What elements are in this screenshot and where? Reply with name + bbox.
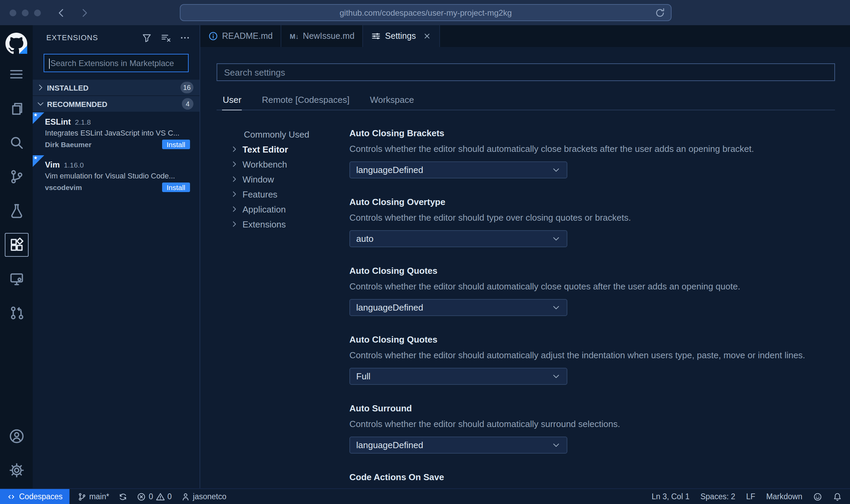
extension-item-eslint[interactable]: ESLint 2.1.8 Integrates ESLint JavaScrip… bbox=[33, 112, 200, 155]
gear-icon bbox=[9, 462, 24, 478]
menu-button[interactable] bbox=[0, 57, 33, 91]
tab-settings[interactable]: Settings bbox=[363, 25, 440, 47]
editor-area: README.md M↓ NewIssue.md Settings User bbox=[200, 25, 850, 488]
remote-explorer-button[interactable] bbox=[0, 262, 33, 296]
test-explorer-button[interactable] bbox=[0, 193, 33, 227]
branch-indicator[interactable]: main* bbox=[78, 492, 109, 501]
section-recommended[interactable]: RECOMMENDED 4 bbox=[33, 96, 200, 112]
maximize-window-button[interactable] bbox=[34, 9, 41, 16]
chevron-down-icon bbox=[552, 166, 561, 174]
setting-dropdown[interactable]: auto bbox=[349, 230, 567, 247]
forward-icon[interactable] bbox=[79, 7, 90, 18]
scope-tab-workspace[interactable]: Workspace bbox=[369, 91, 415, 110]
settings-search-input[interactable] bbox=[217, 67, 834, 77]
toc-extensions[interactable]: Extensions bbox=[217, 217, 349, 232]
warning-icon bbox=[156, 492, 165, 501]
indentation[interactable]: Spaces: 2 bbox=[701, 492, 735, 501]
window-controls[interactable] bbox=[10, 9, 41, 16]
chevron-right-icon bbox=[230, 190, 238, 198]
explorer-button[interactable] bbox=[0, 91, 33, 125]
back-icon[interactable] bbox=[56, 7, 67, 18]
active-view-focus-box bbox=[4, 233, 28, 256]
github-logo-icon bbox=[5, 33, 27, 54]
account-icon bbox=[9, 428, 24, 444]
language-mode[interactable]: Markdown bbox=[766, 492, 802, 501]
extension-version: 2.1.8 bbox=[75, 118, 91, 126]
toc-window[interactable]: Window bbox=[217, 172, 349, 187]
sync-indicator[interactable] bbox=[119, 492, 128, 501]
setting-auto-closing-brackets: Auto Closing Brackets Controls whether t… bbox=[349, 128, 835, 178]
manage-button[interactable] bbox=[0, 453, 33, 487]
person-icon bbox=[181, 492, 190, 501]
files-icon bbox=[9, 100, 24, 116]
account-button[interactable] bbox=[0, 419, 33, 453]
sidebar-title: EXTENSIONS bbox=[46, 33, 98, 42]
extensions-search-input[interactable] bbox=[44, 58, 188, 68]
toc-commonly-used[interactable]: Commonly Used bbox=[217, 127, 349, 142]
bell-icon bbox=[833, 492, 842, 501]
section-installed[interactable]: INSTALLED 16 bbox=[33, 80, 200, 95]
toc-text-editor[interactable]: Text Editor bbox=[217, 142, 349, 157]
chevron-down-icon bbox=[36, 99, 45, 108]
chevron-right-icon bbox=[36, 83, 45, 92]
scope-tab-user[interactable]: User bbox=[222, 91, 242, 110]
error-count: 0 bbox=[149, 492, 153, 501]
setting-description: Controls whether the editor should autom… bbox=[349, 350, 835, 360]
tab-label: NewIssue.md bbox=[303, 31, 354, 41]
eol-indicator[interactable]: LF bbox=[746, 492, 755, 501]
dropdown-value: Full bbox=[356, 371, 371, 381]
tab-readme[interactable]: README.md bbox=[200, 25, 282, 47]
chevron-right-icon bbox=[230, 175, 238, 183]
extension-version: 1.16.0 bbox=[64, 161, 84, 169]
notifications-button[interactable] bbox=[833, 492, 842, 501]
settings-scope-tabs: User Remote [Codespaces] Workspace bbox=[217, 91, 835, 110]
install-button[interactable]: Install bbox=[162, 183, 190, 192]
setting-title: Auto Closing Quotes bbox=[349, 334, 835, 345]
beaker-icon bbox=[9, 203, 24, 218]
chevron-right-icon bbox=[230, 145, 238, 153]
user-indicator[interactable]: jasonetco bbox=[181, 492, 226, 501]
minimize-window-button[interactable] bbox=[22, 9, 29, 16]
close-icon[interactable] bbox=[423, 32, 431, 40]
clear-search-results-icon[interactable] bbox=[161, 32, 171, 43]
search-icon bbox=[9, 135, 24, 150]
source-control-button[interactable] bbox=[0, 159, 33, 193]
more-actions-icon[interactable] bbox=[180, 32, 190, 43]
refresh-icon[interactable] bbox=[655, 7, 665, 18]
close-window-button[interactable] bbox=[10, 9, 16, 16]
remote-label: Codespaces bbox=[19, 492, 63, 501]
setting-dropdown[interactable]: Full bbox=[349, 368, 567, 385]
source-control-icon bbox=[9, 169, 24, 184]
error-icon bbox=[137, 492, 146, 501]
activity-bar bbox=[0, 25, 33, 488]
scope-tab-remote[interactable]: Remote [Codespaces] bbox=[261, 91, 350, 110]
address-bar[interactable]: github.com/codespaces/user-my-project-mg… bbox=[180, 4, 672, 21]
chevron-down-icon bbox=[552, 234, 561, 243]
setting-dropdown[interactable]: languageDefined bbox=[349, 299, 567, 316]
install-button[interactable]: Install bbox=[162, 140, 190, 149]
problems-indicator[interactable]: 0 0 bbox=[137, 492, 172, 501]
setting-title: Code Actions On Save bbox=[349, 472, 835, 482]
extension-name: Vim bbox=[45, 160, 60, 170]
pull-requests-button[interactable] bbox=[0, 296, 33, 330]
tab-newissue[interactable]: M↓ NewIssue.md bbox=[282, 25, 363, 47]
toc-application[interactable]: Application bbox=[217, 202, 349, 217]
extensions-icon bbox=[9, 237, 24, 252]
extensions-button[interactable] bbox=[0, 227, 33, 262]
filter-icon[interactable] bbox=[142, 32, 152, 43]
chevron-down-icon bbox=[552, 372, 561, 381]
dropdown-value: languageDefined bbox=[356, 165, 423, 175]
feedback-button[interactable] bbox=[813, 492, 822, 501]
setting-auto-surround: Auto Surround Controls whether the edito… bbox=[349, 403, 835, 454]
cursor-position[interactable]: Ln 3, Col 1 bbox=[651, 492, 689, 501]
toc-features[interactable]: Features bbox=[217, 187, 349, 202]
extension-item-vim[interactable]: Vim 1.16.0 Vim emulation for Visual Stud… bbox=[33, 155, 200, 198]
setting-dropdown[interactable]: languageDefined bbox=[349, 161, 567, 178]
setting-title: Auto Surround bbox=[349, 403, 835, 413]
setting-dropdown[interactable]: languageDefined bbox=[349, 437, 567, 454]
codespaces-remote-indicator[interactable]: Codespaces bbox=[0, 489, 69, 504]
github-codespaces-logo[interactable] bbox=[5, 33, 27, 54]
extension-description: Vim emulation for Visual Studio Code... bbox=[45, 172, 190, 180]
toc-workbench[interactable]: Workbench bbox=[217, 157, 349, 172]
search-button[interactable] bbox=[0, 125, 33, 159]
